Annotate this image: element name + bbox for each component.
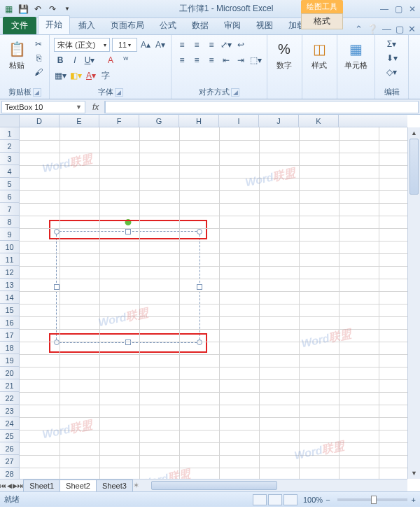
align-left-icon[interactable]: ≡: [176, 54, 188, 66]
col-header[interactable]: E: [59, 115, 99, 127]
decrease-indent-icon[interactable]: ⇤: [220, 54, 232, 66]
zoom-slider[interactable]: [337, 498, 407, 501]
horizontal-scrollbar[interactable]: [140, 479, 407, 491]
page-break-view-icon[interactable]: [284, 494, 298, 505]
font-color-icon[interactable]: A▾: [85, 69, 97, 82]
sheet-tab[interactable]: Sheet1: [23, 479, 60, 491]
chevron-down-icon[interactable]: ▼: [76, 104, 82, 111]
scroll-up-icon[interactable]: ▲: [408, 127, 420, 139]
border-icon[interactable]: ▦▾: [54, 69, 67, 82]
fx-icon[interactable]: fx: [87, 101, 105, 113]
phonetic-icon[interactable]: ᵂ: [119, 54, 132, 66]
tab-page-layout[interactable]: 页面布局: [104, 17, 151, 34]
row-header[interactable]: 24: [0, 417, 19, 430]
row-header[interactable]: 7: [0, 203, 19, 216]
close-icon[interactable]: ✕: [407, 4, 417, 14]
row-header[interactable]: 27: [0, 455, 19, 468]
font-color-a-icon[interactable]: A: [104, 54, 117, 66]
cjk-spacing-icon[interactable]: 字: [99, 69, 112, 82]
row-header[interactable]: 18: [0, 342, 19, 354]
row-header[interactable]: 23: [0, 405, 19, 417]
select-all-button[interactable]: [0, 115, 20, 127]
alignment-dialog-icon[interactable]: ◢: [231, 88, 239, 97]
tab-format[interactable]: 格式: [301, 13, 343, 29]
col-header[interactable]: H: [179, 115, 219, 127]
col-header[interactable]: F: [99, 115, 139, 127]
row-header[interactable]: 4: [0, 165, 19, 178]
font-name-combo[interactable]: 宋体 (正文)▾: [54, 38, 110, 52]
row-header[interactable]: 16: [0, 316, 19, 329]
align-bottom-icon[interactable]: ≡: [205, 38, 218, 51]
clear-icon[interactable]: ◇▾: [379, 66, 404, 78]
window-close-icon[interactable]: ✕: [408, 24, 416, 34]
row-header[interactable]: 3: [0, 153, 19, 165]
row-header[interactable]: 2: [0, 140, 19, 153]
sheet-tab[interactable]: Sheet3: [96, 479, 133, 491]
formula-input[interactable]: [105, 101, 419, 113]
fill-icon[interactable]: ⬇▾: [379, 52, 404, 64]
undo-icon[interactable]: ↶: [32, 4, 43, 15]
underline-button[interactable]: U▾: [83, 54, 96, 66]
vertical-scrollbar[interactable]: ▲ ▼: [407, 127, 420, 479]
row-header[interactable]: 6: [0, 190, 19, 203]
font-dialog-icon[interactable]: ◢: [115, 88, 123, 97]
orientation-icon[interactable]: ⤢▾: [220, 38, 232, 51]
zoom-out-icon[interactable]: −: [326, 496, 330, 504]
wrap-text-icon[interactable]: ↩: [234, 38, 247, 51]
scroll-down-icon[interactable]: ▼: [408, 468, 420, 479]
row-header[interactable]: 10: [0, 241, 19, 253]
align-center-icon[interactable]: ≡: [190, 54, 203, 66]
col-header[interactable]: D: [20, 115, 59, 127]
align-top-icon[interactable]: ≡: [176, 38, 188, 51]
align-right-icon[interactable]: ≡: [205, 54, 218, 66]
col-header[interactable]: I: [219, 115, 259, 127]
row-header[interactable]: 26: [0, 442, 19, 455]
row-header[interactable]: 21: [0, 379, 19, 392]
qat-dropdown-icon[interactable]: ▼: [62, 4, 73, 15]
increase-indent-icon[interactable]: ⇥: [234, 54, 247, 66]
cells-button[interactable]: ▦单元格: [342, 38, 370, 72]
tab-formulas[interactable]: 公式: [153, 17, 183, 34]
cells-grid[interactable]: [20, 127, 407, 479]
row-header[interactable]: 5: [0, 178, 19, 190]
sheet-tab-active[interactable]: Sheet2: [59, 479, 97, 491]
help-icon[interactable]: ❔: [367, 24, 378, 34]
grow-font-icon[interactable]: A▴: [139, 38, 152, 51]
fill-color-icon[interactable]: ◧▾: [69, 69, 83, 82]
italic-button[interactable]: I: [69, 54, 81, 66]
page-layout-view-icon[interactable]: [268, 494, 282, 505]
prev-sheet-icon[interactable]: ◀: [6, 482, 12, 489]
row-header[interactable]: 14: [0, 291, 19, 304]
row-header[interactable]: 25: [0, 430, 19, 442]
new-sheet-icon[interactable]: ✶: [133, 481, 140, 490]
format-painter-icon[interactable]: 🖌: [32, 66, 45, 78]
bold-button[interactable]: B: [54, 54, 66, 66]
first-sheet-icon[interactable]: ⏮: [0, 482, 6, 489]
tab-file[interactable]: 文件: [3, 17, 36, 34]
maximize-icon[interactable]: ▢: [393, 4, 403, 14]
col-header[interactable]: G: [139, 115, 179, 127]
tab-home[interactable]: 开始: [38, 15, 70, 34]
minimize-icon[interactable]: —: [379, 4, 389, 14]
tab-review[interactable]: 审阅: [217, 17, 248, 34]
window-restore-icon[interactable]: ▢: [396, 24, 404, 34]
shrink-font-icon[interactable]: A▾: [154, 38, 167, 51]
resize-handle-e[interactable]: [197, 284, 202, 290]
scroll-thumb[interactable]: [410, 139, 419, 195]
cut-icon[interactable]: ✂: [32, 38, 45, 50]
name-box[interactable]: TextBox 10▼: [1, 101, 85, 113]
redo-icon[interactable]: ↷: [47, 4, 58, 15]
row-header[interactable]: 8: [0, 216, 19, 228]
col-header[interactable]: K: [299, 115, 339, 127]
row-header[interactable]: 15: [0, 304, 19, 316]
tab-view[interactable]: 视图: [249, 17, 280, 34]
tab-data[interactable]: 数据: [185, 17, 216, 34]
row-header[interactable]: 13: [0, 279, 19, 291]
zoom-in-icon[interactable]: +: [412, 496, 416, 504]
merge-cells-icon[interactable]: ⬚▾: [249, 54, 262, 66]
minimize-ribbon-icon[interactable]: ⌃: [355, 24, 363, 34]
next-sheet-icon[interactable]: ▶: [12, 482, 18, 489]
hscroll-thumb[interactable]: [151, 481, 277, 490]
save-icon[interactable]: 💾: [18, 4, 29, 15]
row-header[interactable]: 20: [0, 367, 19, 379]
